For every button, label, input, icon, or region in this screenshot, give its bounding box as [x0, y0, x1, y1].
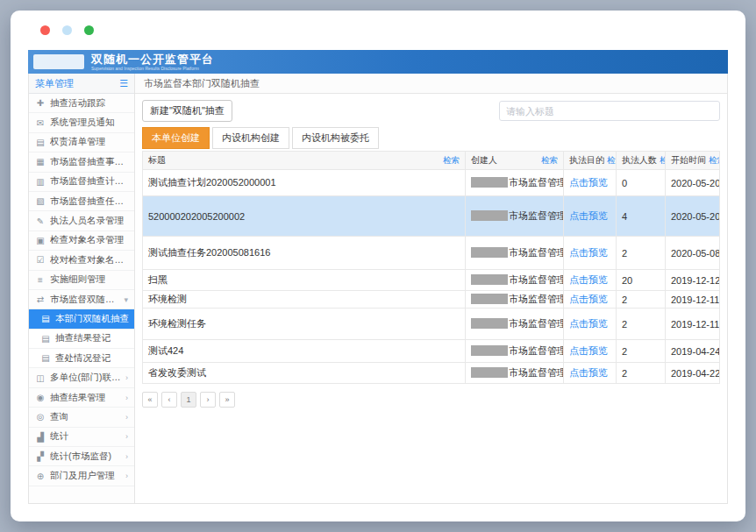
close-window-button[interactable] — [40, 25, 50, 35]
sidebar-item-implementation-rules[interactable]: ≡ 实施细则管理 — [29, 271, 134, 290]
sidebar-item-investigation-registration[interactable]: ▤ 查处情况登记 — [29, 349, 134, 368]
table-row-selected[interactable]: 520000202005200002 市场监督管理局 点击预览 4 2020-0… — [143, 196, 720, 237]
app-subtitle: Supervision and Inspection Results Discl… — [91, 67, 214, 71]
preview-link[interactable]: 点击预览 — [569, 367, 608, 378]
column-title-label: 标题 — [148, 154, 166, 167]
table-row[interactable]: 测试抽查计划2020052000001 市场监督管理局 点击预览 0 2020-… — [143, 170, 720, 196]
preview-link[interactable]: 点击预览 — [569, 318, 608, 329]
sidebar-item-label: 统计 — [50, 430, 68, 443]
document-icon: ▤ — [40, 314, 51, 323]
new-inspection-button[interactable]: 新建"双随机"抽查 — [142, 100, 232, 122]
next-page-button[interactable]: › — [200, 392, 216, 408]
title-search-input[interactable] — [499, 101, 720, 121]
sidebar-item-joint-inspection[interactable]: ◫ 多单位(部门)联合抽查 › — [29, 368, 134, 387]
purpose-column-search-link[interactable]: 检索 — [607, 155, 617, 167]
row-title: 环境检测任务 — [143, 309, 466, 340]
row-title: 省发改委测试 — [143, 363, 466, 384]
logo-redacted — [33, 54, 84, 69]
title-column-search-link[interactable]: 检索 — [443, 155, 460, 167]
group-icon: ◫ — [35, 373, 46, 383]
sidebar-item-admin-notice[interactable]: ✉ 系统管理员通知 — [29, 113, 134, 132]
row-count: 2 — [617, 237, 666, 270]
sidebar-item-label: 市场监督抽查任务库 — [50, 195, 130, 208]
pagination: « ‹ 1 › » — [135, 384, 727, 415]
row-creator: 市场监督管理局 — [466, 237, 564, 270]
rules-icon: ≡ — [35, 275, 46, 285]
last-page-button[interactable]: » — [219, 392, 235, 408]
sidebar-item-label: 本部门双随机抽查 — [55, 313, 129, 325]
count-column-search-link[interactable]: 检索 — [660, 155, 666, 167]
row-creator: 市场监督管理局 — [466, 309, 564, 340]
sidebar-header: 菜单管理 ☰ — [29, 74, 134, 94]
sidebar-item-statistics-market[interactable]: ▞ 统计(市场监督) › — [29, 447, 134, 466]
chevron-right-icon: › — [125, 373, 130, 382]
prev-page-button[interactable]: ‹ — [161, 392, 177, 408]
redacted-creator-prefix — [471, 210, 508, 221]
result-icon: ◉ — [35, 393, 46, 402]
zoom-window-button[interactable] — [84, 25, 94, 35]
sidebar-item-enforcers-directory[interactable]: ✎ 执法人员名录管理 — [29, 211, 134, 231]
shuffle-icon: ⇄ — [35, 294, 46, 304]
row-date: 2019-12-11 — [666, 309, 720, 340]
tab-own-unit-created[interactable]: 本单位创建 — [142, 127, 210, 149]
sidebar-item-inspection-tasks-library[interactable]: ▧ 市场监督抽查任务库 — [29, 192, 134, 211]
preview-link[interactable]: 点击预览 — [569, 274, 608, 285]
sidebar-item-label: 系统管理员通知 — [50, 117, 115, 129]
menu-toggle-icon[interactable]: ☰ — [119, 78, 128, 89]
main-content: 市场监督本部门双随机抽查 新建"双随机"抽查 本单位创建 内设机构创建 内设机构… — [135, 74, 727, 503]
target-list-icon: ▣ — [35, 236, 46, 245]
app-header: 双随机一公开监管平台 Supervision and Inspection Re… — [28, 50, 728, 74]
first-page-button[interactable]: « — [142, 392, 158, 408]
table-row[interactable]: 省发改委测试 市场监督管理局 点击预览 2 2019-04-22 — [143, 363, 720, 384]
preview-link[interactable]: 点击预览 — [569, 210, 608, 221]
tab-internal-org-entrusted[interactable]: 内设机构被委托 — [292, 127, 379, 149]
table-row[interactable]: 测试抽查任务202005081616 市场监督管理局 点击预览 2 2020-0… — [143, 237, 720, 270]
sidebar-item-targets-checklist[interactable]: ☑ 校对检查对象名录库 — [29, 251, 134, 270]
table-row[interactable]: 扫黑 市场监督管理局 点击预览 20 2019-12-12 — [143, 270, 720, 291]
sidebar-item-department-double-random[interactable]: ▤ 本部门双随机抽查 — [29, 309, 134, 329]
sidebar-item-statistics[interactable]: ▟ 统计 › — [29, 428, 134, 447]
row-date: 2019-12-11 — [666, 291, 720, 309]
table-row[interactable]: 环境检测 市场监督管理局 点击预览 2 2019-12-11 — [143, 291, 720, 309]
current-page-button[interactable]: 1 — [181, 392, 196, 408]
row-date: 2020-05-20 — [666, 170, 720, 196]
tab-internal-org-created[interactable]: 内设机构创建 — [212, 127, 289, 149]
sidebar-item-label: 执法人员名录管理 — [50, 215, 124, 227]
sidebar-item-label: 抽查活动跟踪 — [50, 97, 105, 110]
globe-icon: ⊕ — [35, 472, 46, 481]
sidebar-item-result-registration[interactable]: ▤ 抽查结果登记 — [29, 330, 134, 349]
date-column-search-link[interactable]: 检索 — [709, 155, 720, 167]
sidebar-item-label: 市场监督抽查计划库 — [50, 175, 130, 188]
preview-link[interactable]: 点击预览 — [569, 247, 608, 258]
redacted-creator-prefix — [471, 367, 508, 378]
table-row[interactable]: 环境检测任务 市场监督管理局 点击预览 2 2019-12-11 — [143, 309, 720, 340]
sidebar-item-department-user-management[interactable]: ⊕ 部门及用户管理 › — [29, 466, 134, 486]
column-purpose-label: 执法目的 — [569, 154, 604, 167]
sidebar-item-result-management[interactable]: ◉ 抽查结果管理 › — [29, 388, 134, 408]
breadcrumb: 市场监督本部门双随机抽查 — [135, 74, 727, 94]
sidebar-item-label: 市场监督双随机抽查 — [50, 294, 119, 306]
preview-link[interactable]: 点击预览 — [569, 294, 608, 304]
row-date: 2020-05-20 — [666, 196, 720, 237]
chevron-right-icon: › — [125, 452, 130, 461]
creator-column-search-link[interactable]: 检索 — [541, 155, 558, 167]
sidebar-item-query[interactable]: ◎ 查询 › — [29, 408, 134, 427]
chevron-right-icon: › — [125, 413, 130, 422]
sidebar-item-targets-directory[interactable]: ▣ 检查对象名录管理 — [29, 231, 134, 251]
sidebar-item-double-random-inspection[interactable]: ⇄ 市场监督双随机抽查 ▾ — [29, 290, 134, 309]
sidebar-item-responsibility-list[interactable]: ▤ 权责清单管理 — [29, 133, 134, 153]
preview-link[interactable]: 点击预览 — [569, 177, 608, 188]
redacted-creator-prefix — [471, 247, 508, 258]
sidebar-item-activity-tracking[interactable]: ✚ 抽查活动跟踪 — [29, 94, 134, 113]
row-count: 2 — [617, 340, 666, 363]
row-count: 2 — [617, 291, 666, 309]
sidebar-item-label: 实施细则管理 — [50, 273, 105, 286]
preview-link[interactable]: 点击预览 — [569, 345, 608, 356]
row-count: 4 — [617, 196, 666, 237]
table-row[interactable]: 测试424 市场监督管理局 点击预览 2 2019-04-24 — [143, 340, 720, 363]
sidebar-item-inspection-plans-library[interactable]: ▥ 市场监督抽查计划库 — [29, 173, 134, 192]
row-creator: 市场监督管理局 — [466, 340, 564, 363]
chart-icon: ▞ — [35, 451, 46, 461]
sidebar-item-inspection-items-library[interactable]: ▦ 市场监督抽查事项库 — [29, 153, 134, 172]
minimize-window-button[interactable] — [62, 25, 72, 35]
